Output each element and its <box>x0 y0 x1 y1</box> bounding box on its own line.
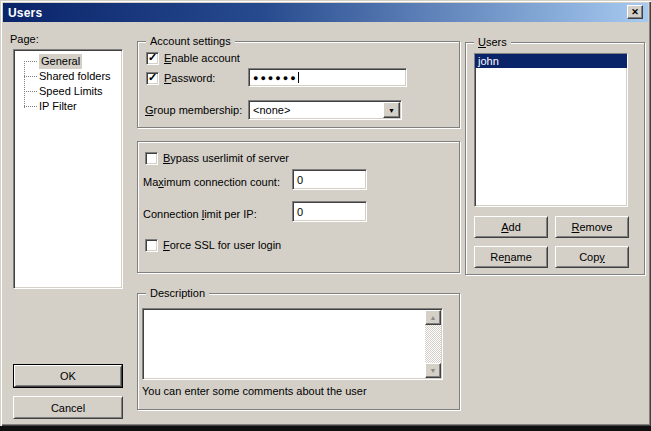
title-bar[interactable]: Users <box>3 3 648 22</box>
enable-account-checkbox[interactable]: ✓ <box>146 52 159 65</box>
bypass-userlimit-checkbox[interactable] <box>145 152 158 165</box>
description-legend: Description <box>146 287 209 300</box>
tree-item-ip-filter[interactable]: IP Filter <box>14 99 122 114</box>
scroll-down-icon: ▼ <box>430 367 437 374</box>
description-caption: You can enter some comments about the us… <box>142 385 367 398</box>
max-connection-count-input[interactable]: 0 <box>292 169 367 190</box>
remove-button[interactable]: Remove <box>555 216 629 238</box>
text-caret <box>298 72 299 83</box>
tree-item-label: IP Filter <box>39 100 77 112</box>
max-connection-count-label: Maximum connection count: <box>143 176 280 189</box>
add-button[interactable]: Add <box>474 216 548 238</box>
user-list-item[interactable]: john <box>475 54 627 68</box>
connection-limit-per-ip-input[interactable]: 0 <box>292 201 367 222</box>
scroll-up-icon: ▲ <box>430 314 437 321</box>
users-legend: Users <box>474 36 511 49</box>
force-ssl-checkbox[interactable] <box>145 239 158 252</box>
account-settings-legend: Account settings <box>146 35 235 48</box>
scroll-down-button[interactable]: ▼ <box>425 363 441 378</box>
password-value: ●●●●●● <box>253 73 298 83</box>
cancel-button[interactable]: Cancel <box>13 396 123 419</box>
connection-limit-per-ip-label: Connection limit per IP: <box>143 208 257 221</box>
close-button[interactable]: ✕ <box>627 5 643 19</box>
tree-item-label: General <box>39 54 82 69</box>
page-tree[interactable]: General Shared folders Speed Limits IP F… <box>13 49 123 289</box>
max-connection-count-value: 0 <box>297 174 303 186</box>
group-membership-value: <none> <box>253 104 290 116</box>
window-title: Users <box>8 6 42 20</box>
rename-button[interactable]: Rename <box>474 246 548 268</box>
description-textarea[interactable]: ▲ ▼ <box>142 308 443 380</box>
enable-account-label: Enable account <box>164 52 240 65</box>
force-ssl-label: Force SSL for user login <box>163 239 281 252</box>
group-membership-label: Group membership: <box>145 104 242 117</box>
tree-item-shared-folders[interactable]: Shared folders <box>14 69 122 84</box>
checkmark-icon: ✓ <box>148 72 157 83</box>
tree-item-speed-limits[interactable]: Speed Limits <box>14 84 122 99</box>
description-scrollbar[interactable]: ▲ ▼ <box>425 310 441 378</box>
user-name: john <box>478 55 499 67</box>
users-dialog: Users ✕ Page: General Shared folders Spe… <box>0 0 651 426</box>
dropdown-button[interactable]: ▼ <box>383 102 400 118</box>
tree-item-label: Speed Limits <box>39 85 103 97</box>
checkmark-icon: ✓ <box>148 52 157 63</box>
copy-button[interactable]: Copy <box>555 246 629 268</box>
password-label: Password: <box>164 72 215 85</box>
ok-button[interactable]: OK <box>14 365 122 387</box>
tree-stub <box>24 76 37 77</box>
scroll-up-button[interactable]: ▲ <box>425 310 441 325</box>
group-membership-select[interactable]: <none> ▼ <box>248 100 402 120</box>
chevron-down-icon: ▼ <box>388 107 395 114</box>
page-label: Page: <box>10 33 39 46</box>
close-icon: ✕ <box>631 8 639 17</box>
bypass-userlimit-label: Bypass userlimit of server <box>163 152 289 165</box>
tree-stub <box>24 91 37 92</box>
tree-item-label: Shared folders <box>39 70 111 82</box>
tree-stub <box>24 106 37 107</box>
tree-stub <box>24 61 37 62</box>
tree-item-general[interactable]: General <box>14 54 122 69</box>
password-input[interactable]: ●●●●●● <box>248 68 407 87</box>
users-listbox[interactable]: john <box>474 53 628 207</box>
connection-limit-per-ip-value: 0 <box>297 206 303 218</box>
password-checkbox[interactable]: ✓ <box>146 72 159 85</box>
scrollbar-track[interactable] <box>425 325 441 363</box>
